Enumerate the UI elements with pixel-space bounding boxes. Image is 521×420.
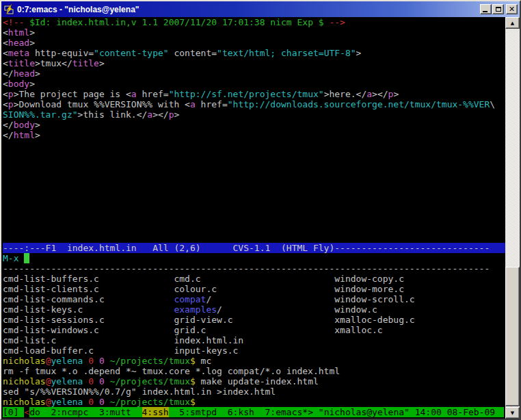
putty-window: 0:7:emacs - "nicholas@yelena" ✕ <!-- $Id… bbox=[0, 0, 521, 420]
emacs-code-line: SION%%.tar.gz">this link.</a></p> bbox=[3, 109, 505, 120]
ls-output-line: cmd-load-buffer.c input-keys.c bbox=[3, 345, 505, 356]
close-button[interactable]: ✕ bbox=[506, 4, 518, 14]
emacs-code-line: <head> bbox=[3, 38, 505, 48]
emacs-code-line: <meta http-equiv="content-type" content=… bbox=[3, 48, 505, 58]
terminal-blank-row bbox=[3, 212, 505, 222]
emacs-code-line: <body> bbox=[3, 79, 505, 89]
ls-output-line: cmd-list-commands.c compat/ window-scrol… bbox=[3, 294, 505, 304]
shell-output-line: sed "s/%%VERSION%%/0.7/g" index.html.in … bbox=[3, 386, 505, 397]
emacs-code-line: <p>Download tmux %%VERSION%% with <a hre… bbox=[3, 99, 505, 109]
minimize-button[interactable] bbox=[480, 4, 492, 14]
terminal-blank-row bbox=[3, 161, 505, 171]
terminal-blank-row bbox=[3, 192, 505, 202]
scrollbar-track[interactable]: ▲ ▼ bbox=[505, 17, 520, 419]
emacs-code-line: <html> bbox=[3, 27, 505, 38]
scroll-up-button[interactable]: ▲ bbox=[505, 17, 520, 29]
maximize-icon bbox=[496, 7, 501, 12]
terminal-blank-row bbox=[3, 233, 505, 243]
terminal-blank-row bbox=[3, 181, 505, 192]
ls-output-line: cmd-list-buffers.c cmd.c window-copy.c bbox=[3, 274, 505, 284]
terminal-screen[interactable]: <!-- $Id: index.html.in,v 1.1 2007/11/20… bbox=[1, 17, 505, 419]
ls-output-line: cmd-list-sessions.c grid-view.c xmalloc-… bbox=[3, 315, 505, 325]
close-icon: ✕ bbox=[509, 5, 515, 13]
tmux-status-bar: [0] <do 2:ncmpc 3:mutt 4:ssh 5:smtpd 6:k… bbox=[3, 407, 504, 417]
emacs-code-line: </body> bbox=[3, 120, 505, 130]
minimize-icon bbox=[483, 11, 487, 12]
tmux-pane-separator: ----------------------------------------… bbox=[3, 263, 505, 274]
emacs-code-line: <title>tmux</title> bbox=[3, 58, 505, 68]
window-title: 0:7:emacs - "nicholas@yelena" bbox=[17, 5, 477, 14]
terminal-blank-row bbox=[3, 202, 505, 212]
emacs-minibuffer: M-x bbox=[3, 253, 505, 263]
emacs-code-line: <p>The project page is <a href="http://s… bbox=[3, 89, 505, 99]
terminal-blank-row bbox=[3, 140, 505, 150]
terminal-blank-row bbox=[3, 222, 505, 233]
emacs-code-line: </html> bbox=[3, 130, 505, 140]
emacs-comment-line: <!-- $Id: index.html.in,v 1.1 2007/11/20… bbox=[3, 17, 505, 27]
scroll-down-button[interactable]: ▼ bbox=[505, 407, 520, 419]
title-bar[interactable]: 0:7:emacs - "nicholas@yelena" ✕ bbox=[1, 1, 520, 17]
putty-app-icon[interactable] bbox=[3, 4, 14, 15]
ls-output-line: cmd-list-clients.c colour.c window-more.… bbox=[3, 284, 505, 294]
maximize-button[interactable] bbox=[492, 4, 504, 14]
shell-prompt-line: nicholas@yelena 0 0 ~/projects/tmux$ mak… bbox=[3, 376, 505, 386]
terminal-blank-row bbox=[3, 150, 505, 161]
ls-output-line: cmd-list-keys.c examples/ window.c bbox=[3, 304, 505, 315]
emacs-code-line: </head> bbox=[3, 68, 505, 79]
shell-prompt-line: nicholas@yelena 0 0 ~/projects/tmux$ bbox=[3, 397, 505, 407]
shell-output-line: rm -f tmux *.o .depend *~ tmux.core *.lo… bbox=[3, 366, 505, 376]
emacs-modeline: ----:---F1 index.html.in All (2,6) CVS-1… bbox=[3, 243, 505, 253]
ls-output-line: cmd-list.c index.html.in bbox=[3, 335, 505, 345]
window-controls: ✕ bbox=[479, 4, 518, 14]
shell-prompt-line: nicholas@yelena 0 0 ~/projects/tmux$ mc bbox=[3, 356, 505, 366]
terminal-blank-row bbox=[3, 171, 505, 181]
ls-output-line: cmd-list-windows.c grid.c xmalloc.c bbox=[3, 325, 505, 335]
scrollbar-thumb[interactable] bbox=[505, 267, 520, 406]
